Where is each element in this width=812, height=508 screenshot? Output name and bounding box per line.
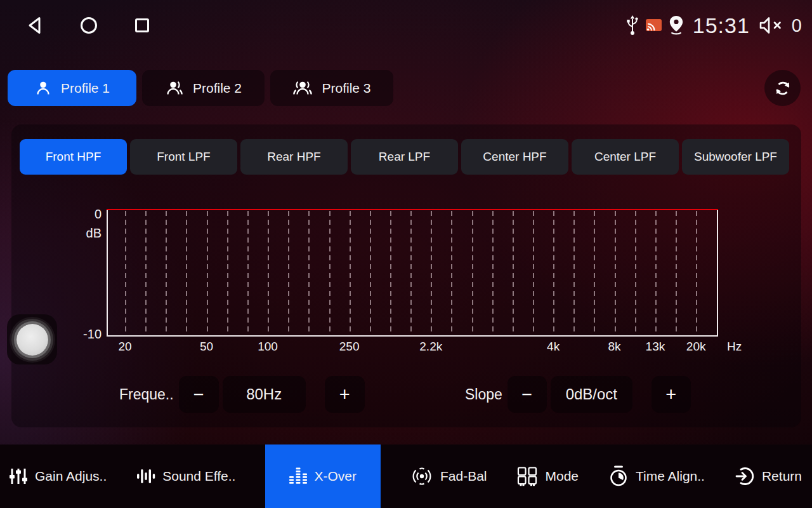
gridline [186, 211, 187, 334]
frequency-plus-button[interactable]: + [325, 376, 365, 413]
slope-plus-button[interactable]: + [652, 376, 691, 413]
tab-center-hpf[interactable]: Center HPF [461, 139, 568, 175]
tab-center-lpf[interactable]: Center LPF [572, 139, 679, 175]
y-axis-max: 0 [95, 207, 102, 222]
xover-panel: Front HPF Front LPF Rear HPF Rear LPF Ce… [11, 124, 801, 427]
x-tick-label: 13k [646, 340, 665, 354]
profile-label: Profile 3 [322, 81, 370, 96]
profile-3-button[interactable]: Profile 3 [270, 70, 393, 106]
gridline [594, 211, 595, 334]
slope-value: 0dB/oct [551, 376, 632, 413]
y-axis-labels: 0 dB -10 [69, 209, 102, 335]
nav-mode[interactable]: Mode [516, 444, 579, 508]
tab-subwoofer-lpf[interactable]: Subwoofer LPF [682, 139, 789, 175]
cast-icon [645, 18, 662, 32]
nav-label: Time Align.. [636, 469, 705, 484]
gridline [573, 211, 575, 334]
home-icon[interactable] [79, 15, 99, 36]
gridline [655, 211, 657, 334]
tab-rear-hpf[interactable]: Rear HPF [240, 139, 348, 175]
nav-sound-effects[interactable]: Sound Effe.. [136, 444, 235, 508]
time-alignment-icon [608, 465, 629, 487]
users-two-icon [165, 79, 184, 97]
gain-sliders-icon [9, 467, 28, 486]
status-indicators: 15:31 0 [625, 0, 802, 51]
channel-filter-tabs: Front HPF Front LPF Rear HPF Rear LPF Ce… [20, 139, 789, 175]
gridline [145, 211, 147, 334]
frequency-minus-button[interactable]: − [179, 376, 219, 413]
nav-label: Gain Adjus.. [35, 469, 107, 484]
profile-label: Profile 2 [193, 81, 242, 96]
tab-front-lpf[interactable]: Front LPF [130, 139, 237, 175]
profile-2-button[interactable]: Profile 2 [142, 70, 265, 106]
nav-label: X-Over [314, 469, 357, 484]
crossover-eq-icon [289, 467, 307, 486]
status-bar: 15:31 0 [0, 0, 812, 51]
reset-profile-button[interactable] [764, 70, 801, 106]
nav-gain-adjust[interactable]: Gain Adjus.. [9, 444, 107, 508]
x-tick-label: 100 [258, 340, 278, 354]
recents-icon[interactable] [132, 15, 152, 36]
frequency-control: Freque.. − 80Hz + [119, 376, 365, 413]
gridline [390, 211, 391, 334]
mode-speakers-icon [516, 466, 538, 486]
slope-minus-button[interactable]: − [508, 376, 547, 413]
x-tick-label: 2.2k [419, 340, 442, 354]
profile-label: Profile 1 [61, 81, 110, 96]
nav-label: Sound Effe.. [162, 469, 235, 484]
nav-label: Return [762, 469, 802, 484]
gridline [431, 211, 432, 334]
nav-label: Mode [545, 469, 579, 484]
nav-label: Fad-Bal [440, 469, 487, 484]
gridline [288, 211, 289, 334]
fader-balance-icon [410, 467, 433, 486]
gridline [472, 211, 473, 334]
x-tick-label: 250 [339, 340, 360, 354]
gridline [329, 211, 331, 334]
tab-front-hpf[interactable]: Front HPF [20, 139, 127, 175]
nav-time-align[interactable]: Time Align.. [608, 444, 705, 508]
back-icon[interactable] [25, 15, 46, 36]
nav-fad-bal[interactable]: Fad-Bal [410, 444, 487, 508]
gridline [615, 211, 616, 334]
gridline [492, 211, 494, 334]
gridline [227, 211, 228, 334]
profile-tabs: Profile 1 Profile 2 [8, 70, 393, 106]
tab-rear-lpf[interactable]: Rear LPF [351, 139, 458, 175]
y-axis-min: -10 [83, 327, 102, 342]
frequency-label: Freque.. [119, 386, 174, 403]
knob-circle [16, 324, 48, 356]
gridline [513, 211, 514, 334]
x-axis-unit: Hz [727, 340, 742, 354]
volume-level: 0 [792, 15, 802, 36]
slope-label: Slope [465, 386, 502, 403]
gridline [308, 211, 310, 334]
gridline [370, 211, 371, 334]
x-tick-label: 4k [547, 340, 560, 354]
user-icon [34, 79, 52, 97]
slope-control: Slope − 0dB/oct + [465, 376, 691, 413]
gridline [247, 211, 249, 334]
x-tick-label: 20 [118, 340, 131, 354]
frequency-value: 80Hz [223, 376, 306, 413]
car-audio-xover-screen: 15:31 0 Profile 1 [0, 0, 812, 508]
gridline [696, 211, 697, 334]
nav-return[interactable]: Return [735, 444, 802, 508]
profile-1-button[interactable]: Profile 1 [8, 70, 136, 106]
floating-knob-widget[interactable] [7, 314, 57, 364]
volume-muted-icon[interactable] [758, 15, 785, 36]
gridline [268, 211, 269, 334]
nav-x-over[interactable]: X-Over [265, 444, 381, 508]
gridline [350, 211, 351, 334]
gridline [410, 211, 412, 334]
sync-icon [773, 78, 793, 98]
y-axis-unit: dB [86, 226, 102, 241]
return-icon [735, 466, 755, 486]
bottom-nav-bar: Gain Adjus.. Sound Effe.. [0, 444, 812, 508]
android-nav-keys [25, 14, 152, 37]
gridline [676, 211, 677, 334]
users-three-icon [292, 79, 313, 97]
gridline [451, 211, 452, 334]
clock: 15:31 [693, 13, 750, 38]
location-icon [668, 15, 684, 36]
